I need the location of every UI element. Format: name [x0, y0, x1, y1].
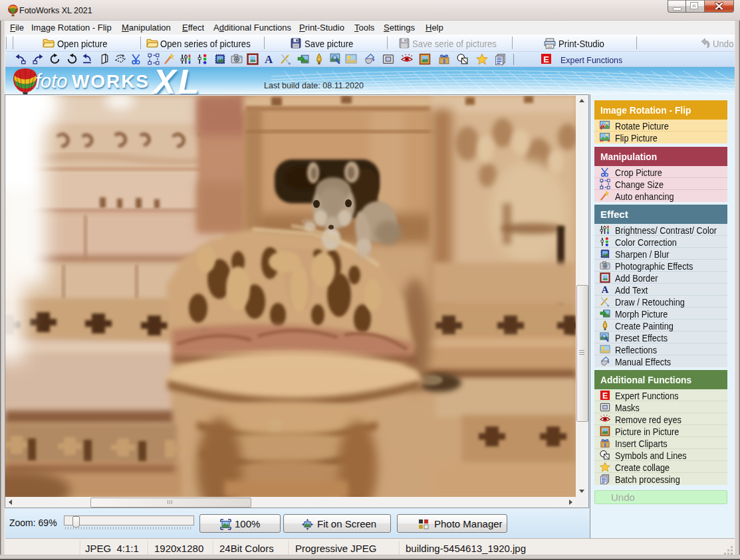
svg-text:foto: foto [35, 70, 67, 92]
svg-text:Last build date: 08.11.2020: Last build date: 08.11.2020 [264, 81, 364, 90]
svg-text:WORKS: WORKS [72, 71, 148, 92]
svg-text:XL: XL [151, 67, 201, 94]
